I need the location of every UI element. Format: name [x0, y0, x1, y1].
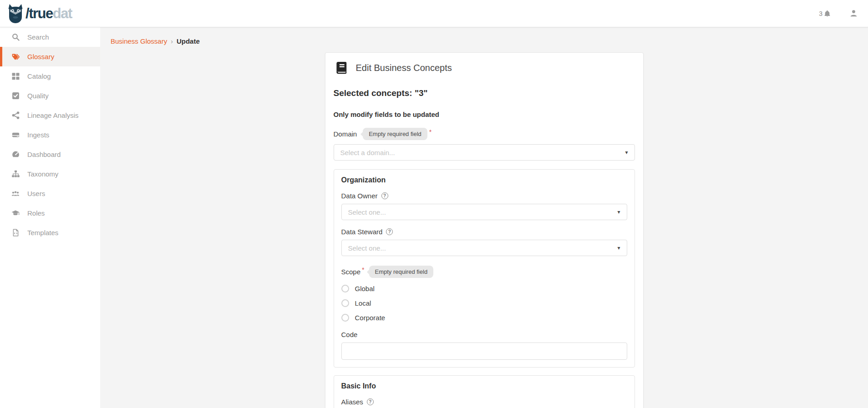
user-icon	[849, 9, 858, 18]
drive-icon	[11, 131, 20, 139]
scope-option-global[interactable]: Global	[341, 285, 627, 292]
page-title: Edit Business Concepts	[356, 63, 452, 73]
sidebar-item-label: Taxonomy	[27, 170, 58, 178]
empty-required-badge: Empty required field	[369, 266, 434, 278]
sidebar-item-label: Roles	[27, 209, 45, 217]
breadcrumb-link-business-glossary[interactable]: Business Glossary	[111, 37, 167, 45]
sidebar-item-taxonomy[interactable]: Taxonomy	[0, 164, 100, 184]
caret-down-icon: ▾	[617, 209, 620, 215]
sidebar-item-catalog[interactable]: Catalog	[0, 66, 100, 86]
data-owner-label-row: Data Owner ?	[341, 192, 627, 200]
code-label-row: Code	[341, 331, 627, 338]
file-code-icon	[11, 229, 20, 237]
grid-icon	[11, 72, 20, 81]
brand-name-secondary: dat	[53, 5, 72, 21]
brand-wordmark: /truedat	[25, 6, 72, 20]
breadcrumb-current: Update	[177, 37, 200, 45]
scope-option-corporate[interactable]: Corporate	[341, 314, 627, 322]
aliases-label-row: Aliases ?	[341, 398, 627, 406]
sidebar-item-ingests[interactable]: Ingests	[0, 125, 100, 145]
domain-select-placeholder: Select a domain...	[340, 149, 395, 156]
notification-count: 3	[819, 10, 822, 17]
sidebar-item-label: Quality	[27, 92, 49, 100]
graduation-cap-icon	[11, 209, 20, 217]
chevron-right-icon: ›	[171, 38, 173, 45]
sidebar-item-label: Dashboard	[27, 151, 61, 158]
data-owner-select[interactable]: Select one... ▾	[341, 204, 627, 220]
radio-button[interactable]	[341, 285, 349, 292]
breadcrumb: Business Glossary › Update	[100, 27, 868, 45]
sidebar-item-label: Lineage Analysis	[27, 111, 79, 119]
check-square-icon	[11, 92, 20, 100]
aliases-label: Aliases	[341, 398, 363, 406]
caret-down-icon: ▾	[617, 245, 620, 251]
sidebar-item-quality[interactable]: Quality	[0, 86, 100, 106]
scope-label: Scope	[341, 268, 361, 276]
help-icon[interactable]: ?	[381, 192, 388, 199]
search-icon	[11, 33, 20, 41]
radio-button[interactable]	[341, 314, 349, 322]
sidebar-item-label: Ingests	[27, 131, 49, 139]
selected-concepts-text: Selected concepts: "3"	[334, 88, 635, 98]
radio-label: Local	[355, 299, 371, 307]
sidebar-item-glossary[interactable]: Glossary	[0, 47, 100, 66]
basic-info-section: Basic Info Aliases ? Select one... ▾ GDP…	[334, 375, 635, 408]
organization-section: Organization Data Owner ? Select one... …	[334, 169, 635, 368]
required-asterisk: *	[429, 128, 431, 136]
help-icon[interactable]: ?	[367, 398, 374, 405]
code-label: Code	[341, 331, 358, 338]
sidebar-item-roles[interactable]: Roles	[0, 203, 100, 223]
sidebar-item-label: Templates	[27, 229, 58, 237]
sidebar-item-dashboard[interactable]: Dashboard	[0, 145, 100, 164]
main-content: Business Glossary › Update Edit Business…	[100, 27, 868, 408]
tags-icon	[11, 53, 20, 61]
data-steward-label: Data Steward	[341, 228, 383, 236]
book-icon	[335, 61, 348, 75]
required-asterisk: *	[362, 266, 364, 273]
sidebar-item-lineage-analysis[interactable]: Lineage Analysis	[0, 106, 100, 125]
organization-heading: Organization	[341, 176, 627, 184]
sidebar-item-label: Search	[27, 33, 49, 41]
sidebar: Search Glossary Catalog Quality Lineage …	[0, 27, 100, 408]
sidebar-item-label: Catalog	[27, 72, 51, 80]
domain-select[interactable]: Select a domain... ▾	[334, 144, 635, 161]
card-header: Edit Business Concepts	[334, 58, 635, 77]
topbar: /truedat 3	[0, 0, 868, 27]
domain-label-row: Domain Empty required field *	[334, 128, 635, 140]
share-nodes-icon	[11, 111, 20, 120]
help-icon[interactable]: ?	[386, 228, 393, 235]
data-steward-select[interactable]: Select one... ▾	[341, 240, 627, 256]
radio-label: Global	[355, 285, 375, 292]
data-owner-select-placeholder: Select one...	[348, 208, 386, 216]
sidebar-item-label: Users	[27, 190, 45, 197]
truedat-logo[interactable]: /truedat	[6, 4, 72, 24]
scope-option-local[interactable]: Local	[341, 299, 627, 307]
user-menu-button[interactable]	[849, 9, 858, 18]
topbar-actions: 3	[819, 9, 861, 18]
sidebar-item-users[interactable]: Users	[0, 184, 100, 203]
data-owner-label: Data Owner	[341, 192, 378, 200]
edit-business-concepts-card: Edit Business Concepts Selected concepts…	[325, 52, 644, 408]
owl-logo-icon	[6, 4, 25, 24]
scope-label-row: Scope * Empty required field	[341, 266, 627, 278]
radio-button[interactable]	[341, 299, 349, 307]
caret-down-icon: ▾	[625, 150, 628, 155]
code-input[interactable]	[341, 343, 627, 360]
basic-info-heading: Basic Info	[341, 382, 627, 390]
radio-label: Corporate	[355, 314, 386, 322]
users-icon	[11, 190, 20, 198]
gauge-icon	[11, 151, 20, 159]
sidebar-item-templates[interactable]: Templates	[0, 223, 100, 242]
domain-label: Domain	[334, 130, 357, 138]
notifications-button[interactable]: 3	[819, 10, 831, 18]
data-steward-label-row: Data Steward ?	[341, 228, 627, 236]
data-steward-select-placeholder: Select one...	[348, 244, 386, 252]
brand-name-primary: true	[29, 5, 53, 21]
instruction-text: Only modify fields to be updated	[334, 111, 635, 118]
bell-icon	[823, 10, 831, 18]
empty-required-badge: Empty required field	[363, 128, 427, 140]
sidebar-item-search[interactable]: Search	[0, 27, 100, 47]
sitemap-icon	[11, 170, 20, 178]
sidebar-item-label: Glossary	[27, 53, 54, 60]
